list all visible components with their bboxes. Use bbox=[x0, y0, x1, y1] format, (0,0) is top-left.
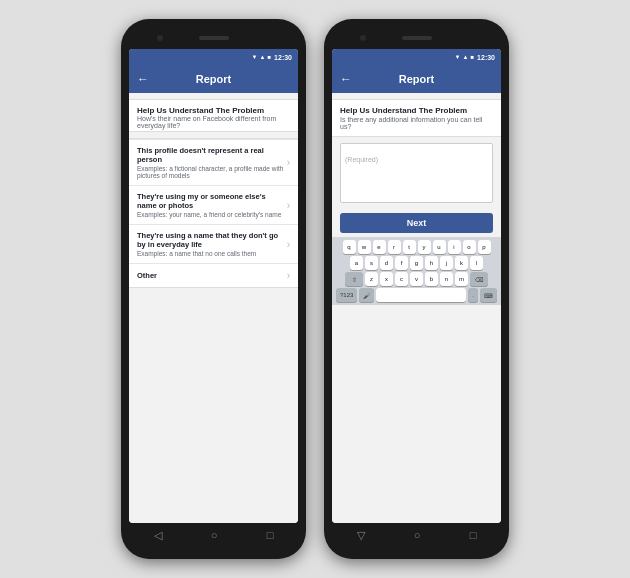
kb-i[interactable]: i bbox=[448, 240, 461, 254]
kb-k[interactable]: k bbox=[455, 256, 468, 270]
back-button-right[interactable]: ← bbox=[340, 72, 352, 86]
keyboard: q w e r t y u i o p a s d f g h bbox=[332, 237, 501, 305]
kb-period[interactable]: . bbox=[468, 288, 478, 302]
wifi-icon-right: ▲ bbox=[463, 54, 469, 60]
time-right: 12:30 bbox=[477, 54, 495, 61]
input-placeholder: (Required) bbox=[345, 156, 378, 163]
kb-s[interactable]: s bbox=[365, 256, 378, 270]
signal-icon-left: ▼ bbox=[252, 54, 258, 60]
kb-b[interactable]: b bbox=[425, 272, 438, 286]
menu-section-left: This profile doesn't represent a real pe… bbox=[129, 138, 298, 288]
chevron-icon-0: › bbox=[287, 157, 290, 168]
camera-left bbox=[157, 35, 163, 41]
kb-row-2: a s d f g h j k l bbox=[334, 256, 499, 270]
kb-t[interactable]: t bbox=[403, 240, 416, 254]
phone-right: ▼ ▲ ■ 12:30 ← Report Help Us Understand … bbox=[324, 19, 509, 559]
item-sub-1: Examples: your name, a friend or celebri… bbox=[137, 211, 287, 218]
kb-space[interactable] bbox=[376, 288, 466, 302]
screen-right: ▼ ▲ ■ 12:30 ← Report Help Us Understand … bbox=[332, 49, 501, 523]
kb-backspace[interactable]: ⌫ bbox=[470, 272, 488, 286]
kb-m[interactable]: m bbox=[455, 272, 468, 286]
menu-item-text-1: They're using my or someone else's name … bbox=[137, 192, 287, 218]
kb-a[interactable]: a bbox=[350, 256, 363, 270]
kb-row-1: q w e r t y u i o p bbox=[334, 240, 499, 254]
recents-nav-left[interactable]: □ bbox=[267, 529, 274, 541]
kb-l[interactable]: l bbox=[470, 256, 483, 270]
item-sub-0: Examples: a fictional character, a profi… bbox=[137, 165, 287, 179]
menu-item-text-3: Other bbox=[137, 271, 157, 280]
back-nav-right[interactable]: ▽ bbox=[357, 529, 365, 542]
kb-row-4: ?123 🎤 . ⌨ bbox=[334, 288, 499, 302]
phone-top-bar-left bbox=[129, 31, 298, 45]
help-title-left: Help Us Understand The Problem bbox=[137, 106, 290, 115]
menu-item-1[interactable]: They're using my or someone else's name … bbox=[129, 185, 298, 224]
chevron-icon-2: › bbox=[287, 239, 290, 250]
app-header-left: ← Report bbox=[129, 65, 298, 93]
kb-y[interactable]: y bbox=[418, 240, 431, 254]
form-help-section: Help Us Understand The Problem Is there … bbox=[332, 99, 501, 137]
item-sub-2: Examples: a name that no one calls them bbox=[137, 250, 287, 257]
kb-w[interactable]: w bbox=[358, 240, 371, 254]
battery-icon-left: ■ bbox=[267, 54, 271, 60]
help-section-left: Help Us Understand The Problem How's the… bbox=[129, 99, 298, 132]
kb-shift[interactable]: ⇧ bbox=[345, 272, 363, 286]
time-left: 12:30 bbox=[274, 54, 292, 61]
home-nav-left[interactable]: ○ bbox=[211, 529, 218, 541]
screen-left: ▼ ▲ ■ 12:30 ← Report Help Us Understand … bbox=[129, 49, 298, 523]
status-bar-left: ▼ ▲ ■ 12:30 bbox=[129, 49, 298, 65]
header-title-left: Report bbox=[196, 73, 231, 85]
speaker-right bbox=[402, 36, 432, 40]
back-button-left[interactable]: ← bbox=[137, 72, 149, 86]
kb-d[interactable]: d bbox=[380, 256, 393, 270]
phone-top-bar-right bbox=[332, 31, 501, 45]
help-sub-left: How's their name on Facebook different f… bbox=[137, 115, 290, 129]
form-help-sub: Is there any additional information you … bbox=[340, 116, 493, 130]
wifi-icon-left: ▲ bbox=[260, 54, 266, 60]
chevron-icon-1: › bbox=[287, 200, 290, 211]
kb-keyboard-icon[interactable]: ⌨ bbox=[480, 288, 497, 302]
screen-content-right: Help Us Understand The Problem Is there … bbox=[332, 93, 501, 523]
bottom-nav-left: ◁ ○ □ bbox=[129, 523, 298, 547]
screen-content-left: Help Us Understand The Problem How's the… bbox=[129, 93, 298, 523]
kb-n[interactable]: n bbox=[440, 272, 453, 286]
kb-x[interactable]: x bbox=[380, 272, 393, 286]
chevron-icon-3: › bbox=[287, 270, 290, 281]
kb-q[interactable]: q bbox=[343, 240, 356, 254]
home-nav-right[interactable]: ○ bbox=[414, 529, 421, 541]
item-title-0: This profile doesn't represent a real pe… bbox=[137, 146, 287, 164]
camera-right bbox=[360, 35, 366, 41]
status-icons-right: ▼ ▲ ■ bbox=[455, 54, 475, 60]
report-text-input[interactable]: (Required) bbox=[340, 143, 493, 203]
kb-f[interactable]: f bbox=[395, 256, 408, 270]
header-title-right: Report bbox=[399, 73, 434, 85]
next-button[interactable]: Next bbox=[340, 213, 493, 233]
section-header-left: Help Us Understand The Problem How's the… bbox=[129, 100, 298, 131]
kb-row-3: ⇧ z x c v b n m ⌫ bbox=[334, 272, 499, 286]
item-title-1: They're using my or someone else's name … bbox=[137, 192, 287, 210]
kb-mic[interactable]: 🎤 bbox=[359, 288, 374, 302]
kb-g[interactable]: g bbox=[410, 256, 423, 270]
back-nav-left[interactable]: ◁ bbox=[154, 529, 162, 542]
menu-item-2[interactable]: They're using a name that they don't go … bbox=[129, 224, 298, 263]
status-bar-right: ▼ ▲ ■ 12:30 bbox=[332, 49, 501, 65]
speaker-left bbox=[199, 36, 229, 40]
kb-v[interactable]: v bbox=[410, 272, 423, 286]
menu-item-3[interactable]: Other › bbox=[129, 263, 298, 287]
kb-z[interactable]: z bbox=[365, 272, 378, 286]
kb-p[interactable]: p bbox=[478, 240, 491, 254]
kb-numbers[interactable]: ?123 bbox=[336, 288, 357, 302]
kb-r[interactable]: r bbox=[388, 240, 401, 254]
kb-h[interactable]: h bbox=[425, 256, 438, 270]
app-header-right: ← Report bbox=[332, 65, 501, 93]
status-icons-left: ▼ ▲ ■ bbox=[252, 54, 272, 60]
phone-left: ▼ ▲ ■ 12:30 ← Report Help Us Understand … bbox=[121, 19, 306, 559]
menu-item-0[interactable]: This profile doesn't represent a real pe… bbox=[129, 139, 298, 185]
kb-u[interactable]: u bbox=[433, 240, 446, 254]
kb-j[interactable]: j bbox=[440, 256, 453, 270]
kb-c[interactable]: c bbox=[395, 272, 408, 286]
bottom-nav-right: ▽ ○ □ bbox=[332, 523, 501, 547]
menu-item-text-2: They're using a name that they don't go … bbox=[137, 231, 287, 257]
recents-nav-right[interactable]: □ bbox=[470, 529, 477, 541]
kb-e[interactable]: e bbox=[373, 240, 386, 254]
kb-o[interactable]: o bbox=[463, 240, 476, 254]
